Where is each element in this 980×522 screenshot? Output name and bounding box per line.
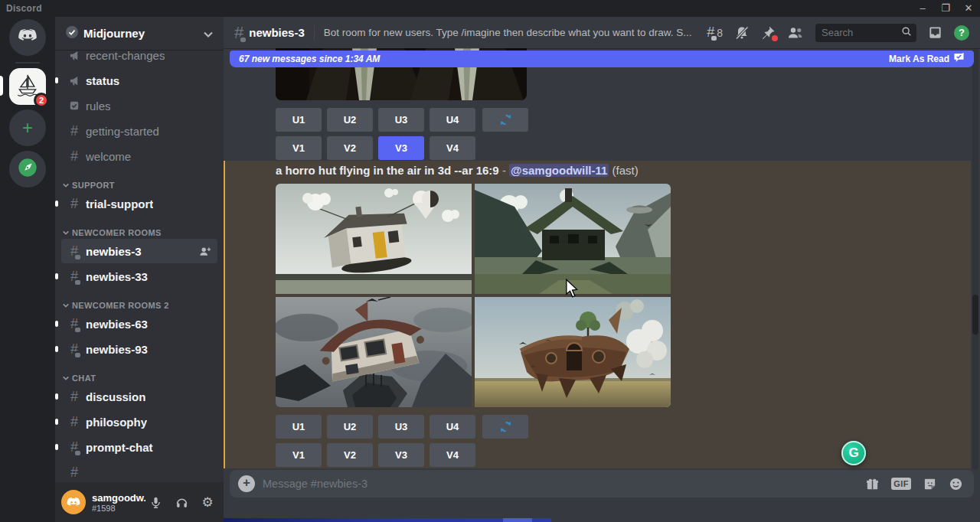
add-server-button[interactable]: + (9, 109, 46, 146)
bottom-blue-strip (224, 518, 551, 522)
mark-read-icon (953, 53, 965, 65)
microphone-icon[interactable] (145, 492, 165, 512)
gift-icon[interactable] (865, 477, 880, 491)
hash-icon: # (67, 465, 81, 479)
verified-check-badge-icon (66, 26, 78, 41)
inbox-icon[interactable] (928, 25, 942, 40)
unread-dot (55, 321, 58, 327)
generated-image-3[interactable] (276, 297, 472, 407)
unread-dot (55, 77, 58, 83)
server-icon-midjourney[interactable]: 2 (9, 68, 46, 105)
hash-chat-icon: # (234, 24, 243, 41)
help-icon[interactable]: ? (954, 25, 969, 41)
create-invite-icon[interactable] (199, 246, 211, 256)
section-support[interactable]: SUPPORT (61, 181, 217, 190)
pin-notification-dot (772, 35, 778, 41)
user-panel: samgoodw... #1598 ⚙ (55, 482, 224, 522)
section-chevron-icon (63, 376, 69, 380)
message1-upscale-row: U1 U2 U3 U4 (276, 108, 528, 132)
chat-main: # newbies-3 Bot room for new users. Type… (224, 17, 980, 522)
section-newcomer-rooms[interactable]: NEWCOMER ROOMS (61, 228, 217, 237)
member-list-icon[interactable] (787, 26, 804, 39)
plus-icon: + (22, 119, 33, 137)
section-chat[interactable]: CHAT (61, 374, 217, 383)
v4-button[interactable]: V4 (430, 136, 475, 160)
notifications-muted-icon[interactable] (734, 25, 750, 41)
sidebar-item-prompt-chat[interactable]: # prompt-chat (61, 435, 217, 459)
u4-button[interactable]: U4 (430, 108, 475, 132)
u3-button[interactable]: U3 (378, 415, 424, 439)
u1-button[interactable]: U1 (276, 108, 322, 132)
unread-dot (55, 273, 58, 279)
user-mention[interactable]: @samgoodwill-11 (509, 164, 609, 177)
megaphone-icon (67, 75, 81, 86)
window-minimize-button[interactable]: – (911, 0, 934, 17)
sidebar-item-newbies-33[interactable]: # newbies-33 (61, 264, 217, 289)
scrollbar-track[interactable] (972, 48, 978, 470)
window-close-button[interactable]: ✕ (957, 0, 980, 17)
sidebar-item-rules[interactable]: rules (61, 93, 217, 118)
search-input[interactable]: Search (815, 24, 916, 42)
sidebar-item-discussion[interactable]: # discussion (61, 384, 217, 409)
sidebar-item-recent-changes[interactable]: recent-changes (61, 50, 217, 67)
sidebar-item-status[interactable]: status (61, 68, 217, 93)
sidebar-item-partially-visible[interactable]: # (61, 460, 217, 482)
server-header[interactable]: Midjourney (55, 17, 224, 50)
window-titlebar: Discord – ❐ ✕ (0, 0, 980, 17)
unread-dot (55, 201, 58, 207)
sticker-icon[interactable] (923, 477, 937, 491)
emoji-icon[interactable] (949, 477, 963, 491)
pinned-messages-icon[interactable] (761, 25, 776, 40)
hash-icon: # (67, 124, 81, 138)
sidebar-item-newbies-3[interactable]: # newbies-3 (61, 239, 217, 263)
v1-button[interactable]: V1 (276, 443, 322, 467)
rerun-button[interactable] (482, 415, 528, 439)
search-icon (901, 26, 912, 40)
discord-logo-icon (17, 28, 38, 47)
sidebar-item-trial-support[interactable]: # trial-support (61, 191, 217, 216)
home-button[interactable] (9, 19, 46, 56)
message-input[interactable]: + Message #newbies-3 GIF (230, 470, 974, 498)
user-avatar[interactable] (61, 490, 86, 514)
hash-icon: # (67, 415, 81, 429)
server-name: Midjourney (83, 27, 198, 40)
scrollbar-thumb[interactable] (972, 295, 978, 334)
sidebar-item-getting-started[interactable]: # getting-started (61, 119, 217, 143)
v2-button[interactable]: V2 (327, 443, 373, 467)
sidebar-item-newbies-63[interactable]: # newbies-63 (61, 312, 217, 336)
u2-button[interactable]: U2 (327, 415, 373, 439)
u1-button[interactable]: U1 (276, 415, 322, 439)
unread-dot (55, 346, 58, 352)
grammarly-icon[interactable]: G (841, 441, 866, 465)
generated-image-2[interactable] (475, 184, 671, 294)
threads-icon[interactable]: # 8 (707, 25, 723, 40)
channel-topic[interactable]: Bot room for new users. Type /imagine th… (324, 27, 699, 38)
v2-button[interactable]: V2 (327, 136, 373, 160)
sidebar-item-philosophy[interactable]: # philosophy (61, 409, 217, 434)
settings-gear-icon[interactable]: ⚙ (198, 492, 217, 512)
v3-button[interactable]: V3 (378, 443, 424, 467)
sidebar-item-newbies-93[interactable]: # newbies-93 (61, 337, 217, 361)
headphones-icon[interactable] (172, 492, 191, 512)
v3-button-active[interactable]: V3 (378, 136, 424, 160)
u4-button[interactable]: U4 (430, 415, 475, 439)
channel-name: newbies-3 (249, 26, 305, 39)
v1-button[interactable]: V1 (276, 136, 322, 160)
rerun-button[interactable] (482, 108, 528, 132)
hash-chat-icon: # (67, 342, 81, 357)
attach-plus-icon[interactable]: + (238, 475, 255, 492)
u2-button[interactable]: U2 (327, 108, 373, 132)
generated-image-4[interactable] (475, 297, 671, 407)
message-header: a horro hut flying in the air in 3d --ar… (276, 164, 639, 177)
window-maximize-button[interactable]: ❐ (934, 0, 957, 17)
gif-icon[interactable]: GIF (891, 478, 911, 490)
mark-as-read-button[interactable]: Mark As Read (889, 53, 965, 65)
u3-button[interactable]: U3 (378, 108, 424, 132)
section-newcomer-rooms-2[interactable]: NEWCOMER ROOMS 2 (61, 301, 217, 310)
generated-image-1[interactable] (276, 184, 472, 294)
new-messages-banner[interactable]: 67 new messages since 1:34 AM Mark As Re… (230, 51, 974, 67)
user-info[interactable]: samgoodw... #1598 (92, 492, 145, 513)
sidebar-item-welcome[interactable]: # welcome (61, 144, 217, 168)
v4-button[interactable]: V4 (430, 443, 475, 467)
explore-servers-button[interactable] (9, 151, 46, 188)
